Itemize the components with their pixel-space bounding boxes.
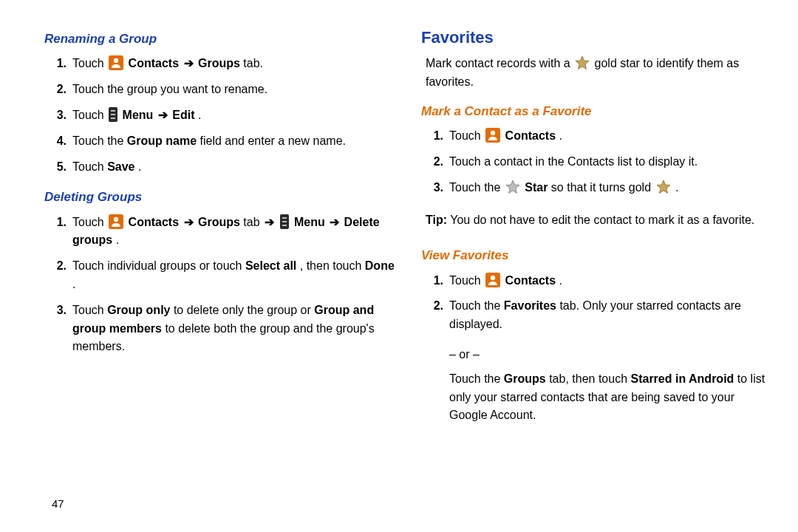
contacts-icon [109, 55, 123, 70]
text-bold: Groups [504, 372, 546, 385]
heading-deleting-groups: Deleting Groups [44, 188, 395, 207]
star-grey-icon [505, 180, 520, 194]
step: 3. Touch Menu ➔ Edit . [61, 106, 395, 132]
step: 4. Touch the Group name field and enter … [61, 132, 395, 158]
page-number: 47 [52, 497, 64, 510]
text-bold: Menu [294, 216, 325, 228]
contacts-icon [485, 128, 500, 143]
heading-view-favorites: View Favorites [421, 246, 771, 265]
text-bold: Save [107, 160, 134, 173]
step-number: 5. [46, 158, 66, 177]
contacts-icon [485, 273, 500, 287]
step: 2. Touch the group you want to rename. [61, 81, 395, 106]
text: Touch the group you want to rename. [72, 83, 267, 95]
step: 1. Touch Contacts ➔ Groups tab ➔ Menu ➔ … [61, 214, 395, 258]
text: Touch [72, 109, 107, 121]
menu-icon [280, 214, 289, 229]
text-bold: Starred in Android [630, 372, 734, 385]
step-number: 2. [46, 81, 66, 99]
svg-marker-15 [506, 180, 519, 194]
svg-point-1 [114, 58, 118, 63]
steps-mark-favorite: 1. Touch Contacts . 2. Touch a contact i… [421, 127, 771, 204]
svg-rect-5 [111, 117, 115, 119]
text-bold: Groups [198, 216, 240, 228]
text: Touch [72, 160, 107, 173]
text: Touch a contact in the Contacts list to … [449, 155, 698, 168]
star-gold-icon [575, 55, 590, 70]
steps-renaming: 1. Touch Contacts ➔ Groups tab. 2. Touch… [44, 55, 395, 183]
right-column: Favorites Mark contact records with a go… [421, 25, 771, 431]
heading-favorites: Favorites [421, 25, 771, 50]
steps-view-favorites: 1. Touch Contacts . 2. Touch the Favorit… [421, 272, 771, 341]
svg-point-18 [491, 275, 495, 279]
heading-renaming-group: Renaming a Group [44, 30, 395, 49]
text-bold: Done [365, 259, 395, 272]
steps-deleting: 1. Touch Contacts ➔ Groups tab ➔ Menu ➔ … [44, 214, 395, 364]
text-bold: Contacts [505, 274, 556, 287]
text-bold: Select all [245, 259, 296, 272]
text-bold: Star [525, 181, 548, 194]
menu-icon [109, 107, 117, 122]
step: 1. Touch Contacts ➔ Groups tab. [61, 55, 395, 81]
text-bold: Group name [127, 134, 197, 147]
step: 2. Touch individual groups or touch Sele… [61, 257, 395, 301]
text: Touch the [72, 134, 127, 147]
text: . [138, 160, 141, 173]
svg-rect-9 [282, 217, 287, 219]
svg-marker-16 [657, 180, 670, 194]
text: to delete only the group or [174, 304, 314, 316]
text: tab. [243, 57, 263, 69]
step: 5. Touch Save . [61, 158, 395, 184]
step: 1. Touch Contacts . [437, 127, 771, 153]
tip-label: Tip: [426, 214, 447, 226]
step: 3. Touch the Star so that it turns gold … [437, 179, 771, 205]
step-number: 1. [423, 272, 443, 290]
step-number: 1. [423, 127, 443, 146]
arrow-icon: ➔ [158, 109, 168, 121]
svg-rect-11 [282, 225, 287, 226]
tip-text: You do not have to edit the contact to m… [450, 214, 754, 226]
step: 1. Touch Contacts . [437, 272, 771, 298]
arrow-icon: ➔ [265, 216, 274, 228]
svg-marker-12 [576, 56, 589, 69]
step-number: 3. [46, 106, 66, 125]
arrow-icon: ➔ [330, 216, 339, 228]
step: 2. Touch a contact in the Contacts list … [437, 153, 771, 179]
step-number: 4. [46, 132, 66, 151]
text: Touch [449, 129, 484, 142]
text-bold: Edit [172, 109, 194, 121]
text-bold: Contacts [129, 216, 179, 228]
svg-rect-3 [111, 110, 115, 112]
text: . [675, 181, 678, 194]
step-number: 1. [46, 55, 66, 73]
text: Touch [449, 274, 484, 287]
text: Touch [72, 57, 107, 69]
text-bold: Group only [107, 304, 170, 316]
text: Touch the [449, 372, 504, 385]
step: 2. Touch the Favorites tab. Only your st… [437, 297, 771, 341]
heading-mark-favorite: Mark a Contact as a Favorite [421, 102, 771, 121]
text-bold: Contacts [505, 129, 556, 142]
text: . [559, 129, 562, 142]
left-column: Renaming a Group 1. Touch Contacts ➔ Gro… [44, 25, 395, 431]
text: field and enter a new name. [200, 134, 346, 147]
text: tab [243, 216, 259, 228]
text: tab, then touch [549, 372, 630, 385]
arrow-icon: ➔ [184, 216, 194, 228]
text: Touch [72, 304, 107, 316]
svg-rect-10 [282, 221, 287, 222]
text-bold: Menu [123, 109, 154, 121]
step-number: 2. [423, 153, 443, 171]
text: Touch the [449, 181, 504, 194]
star-gold-icon [656, 180, 671, 194]
manual-page: Renaming a Group 1. Touch Contacts ➔ Gro… [0, 0, 798, 431]
svg-rect-4 [111, 114, 115, 115]
text: Touch [72, 216, 107, 228]
svg-point-7 [114, 216, 118, 221]
text: Touch individual groups or touch [72, 259, 245, 272]
or-divider: – or – [421, 346, 771, 364]
favorites-intro: Mark contact records with a gold star to… [421, 55, 771, 92]
text: Touch the [449, 299, 504, 312]
arrow-icon: ➔ [184, 57, 194, 69]
text: , then touch [300, 259, 365, 272]
